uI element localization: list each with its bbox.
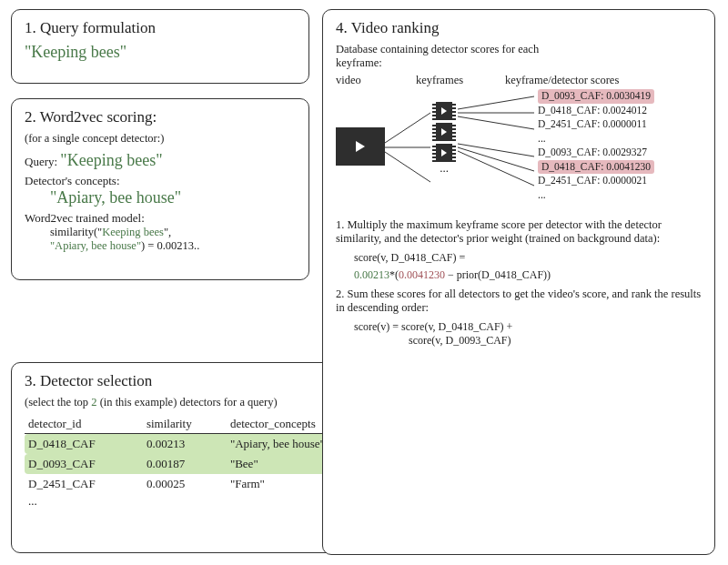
step1-text: 1. Multiply the maximum keyframe score p… [336,218,702,246]
panel4-col-headers: video keyframes keyframe/detector scores [336,74,702,87]
svg-line-7 [458,147,534,171]
video-icon [336,127,385,166]
svg-line-3 [458,96,534,109]
equation-1: score(v, D_0418_CAF) = 0.00213*(0.004123… [354,251,702,282]
play-icon [356,141,365,152]
db-row: ... D_0093_CAF: 0.0030419 D_0418_CAF: 0.… [336,93,702,211]
score-line: D_0418_CAF: 0.0041230 [538,160,654,175]
panel2-dc: "Apiary, bee house" [50,188,296,207]
svg-line-2 [385,152,430,182]
score-line: D_2451_CAF: 0.0000011 [538,117,654,132]
keyframe-icon [432,144,456,162]
panel2-query-label: Query: [25,155,57,168]
panel2-title: 2. Word2vec scoring: [25,108,296,126]
keyframe-icon [432,102,456,120]
panel-video-ranking: 4. Video ranking Database containing det… [322,9,715,555]
db-label: Database containing detector scores for … [336,43,572,70]
panel2-query: "Keeping bees" [60,151,162,169]
panel2-subtitle: (for a single concept detector:) [25,132,296,146]
svg-line-0 [385,113,430,143]
similarity-expr: similarity("Keeping bees", "Apiary, bee … [50,226,296,253]
panel1-title: 1. Query formulation [25,19,296,37]
col-similarity: similarity [143,415,227,434]
score-line: D_0418_CAF: 0.0024012 [538,104,654,118]
panel-query-formulation: 1. Query formulation "Keeping bees" [11,9,309,84]
score-line: ... [538,188,654,203]
score-line: D_0093_CAF: 0.0030419 [538,89,654,104]
panel1-query: "Keeping bees" [25,43,296,62]
panel2-model-label: Word2vec trained model: [25,211,296,226]
ellipsis: ... [432,165,456,172]
col-detector-id: detector_id [25,415,143,434]
svg-line-6 [458,144,534,156]
panel2-dc-label: Detector's concepts: [25,174,296,188]
svg-line-8 [458,151,534,186]
step2-text: 2. Sum these scores for all detectors to… [336,288,702,315]
panel4-title: 4. Video ranking [336,19,702,37]
svg-line-5 [458,116,534,129]
keyframe-icon [432,123,456,141]
score-line: D_2451_CAF: 0.0000021 [538,174,654,188]
panel-word2vec-scoring: 2. Word2vec scoring: (for a single conce… [11,98,309,280]
score-line: D_0093_CAF: 0.0029327 [538,146,654,160]
score-line: ... [538,132,654,146]
equation-2: score(v) = score(v, D_0418_CAF) + score(… [354,320,702,348]
